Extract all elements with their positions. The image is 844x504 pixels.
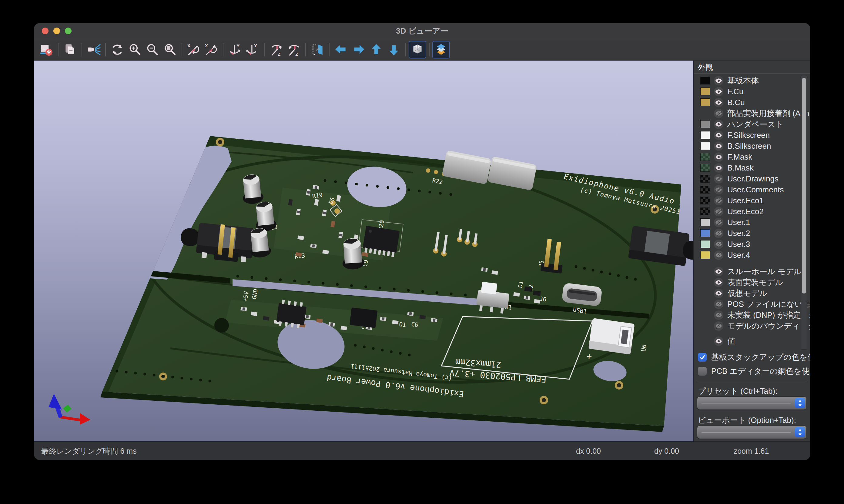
color-swatch[interactable] <box>700 218 710 226</box>
layer-row-Adh[interactable]: 部品実装用接着剤 (Adh <box>694 108 810 119</box>
color-swatch[interactable] <box>700 240 710 248</box>
color-swatch[interactable] <box>700 88 710 95</box>
layer-row-User.Eco1[interactable]: User.Eco1 <box>694 195 810 206</box>
visibility-off-eye-icon[interactable] <box>714 174 723 183</box>
visibility-on-eye-icon[interactable] <box>714 130 723 140</box>
color-swatch[interactable] <box>700 186 710 194</box>
layer-row-User.2[interactable]: User.2 <box>694 228 810 239</box>
visibility-off-eye-icon[interactable] <box>714 310 723 320</box>
export-view-button[interactable] <box>38 41 55 58</box>
viewport-select-stepper[interactable] <box>795 427 805 437</box>
pan-up-button[interactable] <box>367 41 385 58</box>
viewport-select[interactable] <box>697 426 806 438</box>
layer-row-User.1[interactable]: User.1 <box>694 217 810 228</box>
rotate-z-cw-button[interactable]: Z <box>268 41 285 58</box>
3d-viewport[interactable]: Exidiophone v6.0 Audio Board (c) Tomoya … <box>34 60 693 442</box>
copy-view-button[interactable] <box>61 41 79 58</box>
color-swatch[interactable] <box>700 142 710 150</box>
pan-right-button[interactable] <box>350 41 367 58</box>
zoom-in-button[interactable] <box>126 41 144 58</box>
visibility-on-eye-icon[interactable] <box>714 87 723 96</box>
visibility-on-eye-icon[interactable] <box>714 289 723 298</box>
preset-select-stepper[interactable] <box>795 398 805 408</box>
visibility-off-eye-icon[interactable] <box>714 321 723 331</box>
visibility-on-eye-icon[interactable] <box>714 141 723 151</box>
visibility-off-eye-icon[interactable] <box>714 239 723 249</box>
layer-row-0[interactable]: 基板本体 <box>694 75 810 86</box>
scrollbar-thumb[interactable] <box>802 78 806 293</box>
color-swatch[interactable] <box>700 251 710 259</box>
scrollbar[interactable] <box>800 75 807 349</box>
layer-row-User.3[interactable]: User.3 <box>694 239 810 250</box>
rotate-x-ccw-button[interactable]: X <box>203 41 220 58</box>
refresh-view-button[interactable] <box>108 41 126 58</box>
use-stackup-colors-checkbox[interactable] <box>698 353 707 362</box>
layer-row-F.Mask[interactable]: F.Mask <box>694 151 810 162</box>
visibility-off-eye-icon[interactable] <box>714 185 723 195</box>
color-swatch[interactable] <box>700 229 710 237</box>
visibility-off-eye-icon[interactable] <box>714 300 723 309</box>
layer-row-B.Cu[interactable]: B.Cu <box>694 97 810 108</box>
color-swatch[interactable] <box>700 197 710 204</box>
use-pcb-editor-copper-checkbox-row[interactable]: PCB エディターの銅色を使用 <box>698 366 810 377</box>
layer-label: User.1 <box>727 218 750 227</box>
model-row-POS[interactable]: POS ファイルにないモデ <box>694 299 810 309</box>
layer-label: User.2 <box>727 229 750 238</box>
color-swatch[interactable] <box>700 175 710 183</box>
model-row-2[interactable]: 仮想モデル <box>694 288 810 299</box>
layer-row-User.Eco2[interactable]: User.Eco2 <box>694 206 810 217</box>
model-row-1[interactable]: 表面実装モデル <box>694 277 810 288</box>
color-swatch[interactable] <box>700 208 710 215</box>
color-swatch[interactable] <box>700 131 710 139</box>
visibility-on-eye-icon[interactable] <box>714 278 723 287</box>
color-swatch[interactable] <box>700 153 710 161</box>
visibility-on-eye-icon[interactable] <box>714 163 723 173</box>
visibility-off-eye-icon[interactable] <box>714 109 723 118</box>
rotate-y-ccw-button[interactable]: Y <box>244 41 261 58</box>
visibility-on-eye-icon[interactable] <box>714 337 723 346</box>
pan-down-button[interactable] <box>385 41 402 58</box>
layer-row-F.Cu[interactable]: F.Cu <box>694 86 810 97</box>
layer-row-4[interactable]: ハンダペースト <box>694 119 810 130</box>
pan-left-button[interactable] <box>332 41 350 58</box>
color-swatch[interactable] <box>700 77 710 85</box>
rotate-z-ccw-button[interactable]: Z <box>285 41 303 58</box>
visibility-off-eye-icon[interactable] <box>714 207 723 216</box>
color-swatch[interactable] <box>700 98 710 106</box>
visibility-off-eye-icon[interactable] <box>714 218 723 227</box>
3d-viewport-canvas[interactable]: Exidiophone v6.0 Audio Board (c) Tomoya … <box>34 60 693 442</box>
appearance-panel-toggle[interactable] <box>432 41 450 58</box>
model-row-0[interactable]: スルーホール モデル <box>694 266 810 277</box>
color-swatch[interactable] <box>700 164 710 172</box>
visibility-off-eye-icon[interactable] <box>714 251 723 260</box>
ortho-projection-toggle[interactable] <box>409 41 426 58</box>
visibility-on-eye-icon[interactable] <box>714 152 723 162</box>
zoom-out-button[interactable] <box>144 41 161 58</box>
layer-row-B.Silkscreen[interactable]: B.Silkscreen <box>694 141 810 151</box>
zoom-fit-button[interactable] <box>161 41 179 58</box>
model-row-5[interactable]: モデルのバウンディングボ <box>694 321 810 331</box>
use-stackup-colors-checkbox-row[interactable]: 基板スタックアップの色を使用 <box>698 352 810 363</box>
rotate-x-cw-button[interactable]: X <box>185 41 203 58</box>
use-stackup-colors-label: 基板スタックアップの色を使用 <box>711 352 810 363</box>
titlebar[interactable]: 3D ビューアー <box>34 23 810 39</box>
visibility-on-eye-icon[interactable] <box>714 98 723 107</box>
flip-board-button[interactable] <box>309 41 326 58</box>
layer-row-B.Mask[interactable]: B.Mask <box>694 162 810 173</box>
visibility-off-eye-icon[interactable] <box>714 196 723 205</box>
model-row-DNP[interactable]: 未実装 (DNP) が指定され <box>694 309 810 321</box>
visibility-on-eye-icon[interactable] <box>714 267 723 276</box>
color-swatch[interactable] <box>700 120 710 128</box>
rotate-y-cw-button[interactable]: Y <box>226 41 244 58</box>
preset-select[interactable] <box>697 397 806 410</box>
value-row-0[interactable]: 値 <box>694 336 810 346</box>
layer-row-User.Drawings[interactable]: User.Drawings <box>694 173 810 184</box>
layer-row-User.Comments[interactable]: User.Comments <box>694 184 810 195</box>
render-camera-button[interactable] <box>85 41 102 58</box>
visibility-on-eye-icon[interactable] <box>714 120 723 129</box>
visibility-on-eye-icon[interactable] <box>714 76 723 85</box>
layer-row-F.Silkscreen[interactable]: F.Silkscreen <box>694 130 810 141</box>
visibility-off-eye-icon[interactable] <box>714 229 723 238</box>
layer-row-User.4[interactable]: User.4 <box>694 250 810 260</box>
use-pcb-editor-copper-checkbox[interactable] <box>698 367 707 376</box>
